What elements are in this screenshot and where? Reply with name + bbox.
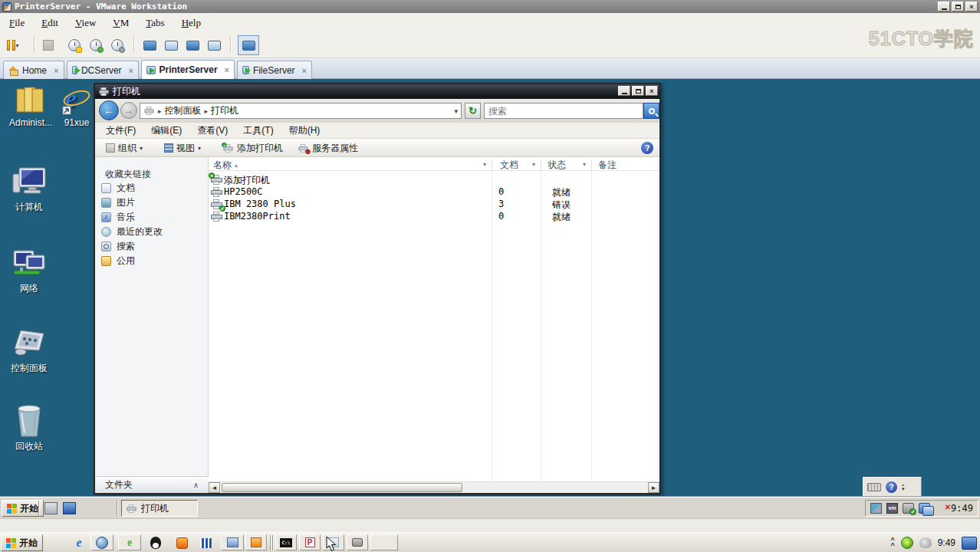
server-properties-button[interactable]: 服务器属性 bbox=[294, 141, 361, 155]
printers-window-titlebar[interactable]: 打印机 × bbox=[95, 84, 659, 99]
fullscreen-icon[interactable] bbox=[184, 37, 201, 54]
unity-view-icon[interactable] bbox=[163, 37, 179, 54]
keyboard-icon[interactable] bbox=[867, 483, 881, 491]
desktop-icon-computer[interactable]: 计算机 bbox=[0, 165, 58, 214]
guest-start-button[interactable]: 开始 bbox=[2, 500, 44, 517]
options-icon[interactable]: ▪▾ bbox=[902, 483, 905, 491]
powerpoint-icon[interactable]: P bbox=[299, 534, 321, 550]
sidebar-item-searches[interactable]: 搜索 bbox=[101, 240, 135, 253]
menu-tabs[interactable]: Tabs bbox=[146, 17, 164, 29]
address-dropdown-icon[interactable]: ▾ bbox=[454, 107, 458, 115]
desktop-icon-administrator[interactable]: Administ... bbox=[2, 81, 60, 128]
guest-clock[interactable]: 9:49 bbox=[951, 503, 973, 514]
sidebar-item-music[interactable]: 音乐 bbox=[101, 211, 135, 224]
restore-button[interactable] bbox=[952, 2, 964, 12]
snapshot-manager-icon[interactable] bbox=[109, 37, 126, 54]
close-button[interactable]: × bbox=[965, 2, 978, 12]
show-console-icon[interactable] bbox=[206, 37, 222, 54]
desktop-icon-recycle-bin[interactable]: 回收站 bbox=[0, 404, 58, 453]
minimize-button[interactable] bbox=[618, 86, 630, 96]
column-header-name[interactable]: 名称▴ bbox=[213, 159, 238, 171]
console-view-icon[interactable] bbox=[141, 37, 158, 54]
tab-dcserver-close-icon[interactable]: × bbox=[129, 66, 133, 75]
tab-fileserver-close-icon[interactable]: × bbox=[302, 66, 307, 75]
browser-360-icon[interactable]: e bbox=[118, 534, 141, 550]
tab-dcserver[interactable]: DCServer × bbox=[67, 61, 139, 79]
cmd-icon[interactable]: C:\ bbox=[275, 534, 297, 550]
list-item-add-printer[interactable]: + 添加打印机 bbox=[209, 173, 659, 186]
tab-home[interactable]: Home × bbox=[3, 61, 64, 79]
back-button[interactable]: ← bbox=[99, 100, 119, 120]
menu-file[interactable]: File bbox=[9, 17, 25, 29]
menu-view[interactable]: View bbox=[75, 17, 96, 29]
close-button[interactable]: × bbox=[646, 86, 658, 96]
host-clock[interactable]: 9:49 bbox=[938, 537, 955, 548]
library-toggle-icon[interactable] bbox=[238, 35, 259, 55]
chevron-up-icon[interactable]: ∧ bbox=[193, 481, 199, 489]
qq-icon[interactable] bbox=[149, 536, 163, 550]
tab-fileserver[interactable]: FileServer × bbox=[237, 61, 312, 79]
antivirus-360-icon[interactable] bbox=[901, 537, 913, 549]
column-filter-icon[interactable]: ▾ bbox=[483, 161, 486, 168]
empty-task-button[interactable] bbox=[370, 534, 398, 550]
misc-tray-icon[interactable] bbox=[919, 537, 932, 548]
views-button[interactable]: 视图▾ bbox=[161, 141, 204, 155]
vm-icon[interactable]: vm bbox=[886, 503, 898, 514]
usb-device-icon[interactable]: ✓ bbox=[903, 503, 914, 514]
folders-bar[interactable]: 文件夹 ∧ bbox=[95, 476, 209, 493]
film-icon[interactable] bbox=[199, 536, 213, 550]
vmware-titlebar[interactable]: PrinterServer - VMware Workstation × bbox=[0, 0, 980, 13]
organize-button[interactable]: 组织▾ bbox=[103, 141, 146, 155]
menu-edit[interactable]: Edit bbox=[41, 17, 58, 29]
tool-app-icon[interactable] bbox=[347, 534, 368, 550]
orange-app-icon[interactable] bbox=[245, 534, 267, 550]
sidebar-item-public[interactable]: 公用 bbox=[101, 255, 135, 268]
snapshot-take-icon[interactable] bbox=[66, 37, 83, 54]
column-header-remark[interactable]: 备注 bbox=[598, 159, 617, 171]
desktop-icon-control-panel[interactable]: 控制面板 bbox=[0, 326, 58, 375]
add-printer-button[interactable]: + 添加打印机 bbox=[219, 141, 286, 155]
forward-button[interactable]: → bbox=[120, 102, 137, 119]
column-header-status[interactable]: 状态 bbox=[548, 159, 566, 171]
search-button[interactable] bbox=[643, 103, 659, 119]
search-box[interactable] bbox=[484, 103, 643, 119]
tab-printerserver[interactable]: PrinterServer × bbox=[141, 60, 235, 79]
help-icon[interactable]: ? bbox=[641, 142, 653, 154]
host-start-button[interactable]: 开始 bbox=[1, 534, 43, 551]
server-manager-icon[interactable] bbox=[44, 502, 58, 514]
search-input[interactable] bbox=[485, 104, 643, 119]
tab-printerserver-close-icon[interactable]: × bbox=[225, 65, 229, 74]
sidebar-item-pictures[interactable]: 图片 bbox=[101, 196, 135, 209]
menu-vm[interactable]: VM bbox=[113, 17, 129, 29]
tab-home-close-icon[interactable]: × bbox=[54, 66, 58, 75]
refresh-button[interactable]: ↻ bbox=[465, 103, 481, 119]
scroll-right-icon[interactable]: ► bbox=[648, 482, 659, 493]
menu-tools[interactable]: 工具(T) bbox=[243, 124, 273, 137]
show-desktop-icon[interactable] bbox=[962, 537, 977, 550]
menu-view[interactable]: 查看(V) bbox=[197, 124, 228, 137]
address-bar[interactable]: ▸ 控制面板 ▸ 打印机 ▾ bbox=[140, 103, 462, 119]
list-item-ibm2380print[interactable]: IBM2380Print 0 就绪 bbox=[209, 210, 659, 222]
network-icon[interactable] bbox=[919, 503, 930, 514]
column-filter-icon[interactable]: ▾ bbox=[583, 161, 586, 168]
list-item-hp2500c[interactable]: HP2500C 0 就绪 bbox=[209, 186, 659, 198]
show-desktop-icon[interactable] bbox=[63, 502, 76, 514]
help-icon[interactable]: ? bbox=[886, 481, 897, 493]
pause-icon[interactable]: ▾ bbox=[5, 37, 21, 54]
sidebar-item-documents[interactable]: 文档 bbox=[101, 182, 135, 195]
list-item-ibm-2380-plus[interactable]: ✓ IBM 2380 Plus 3 错误 bbox=[209, 198, 659, 210]
vmware-tools-icon[interactable] bbox=[870, 503, 882, 514]
ctrl-alt-del-icon[interactable] bbox=[40, 37, 57, 54]
menu-help[interactable]: 帮助(H) bbox=[289, 124, 321, 137]
printers-task-button[interactable]: 打印机 bbox=[121, 500, 198, 517]
menu-help[interactable]: Help bbox=[182, 17, 201, 29]
language-bar[interactable]: ? ▪▾ bbox=[863, 477, 922, 497]
sidebar-item-recent-changes[interactable]: 最近的更改 bbox=[101, 225, 163, 238]
menu-file[interactable]: 文件(F) bbox=[106, 124, 136, 137]
breadcrumb-control-panel[interactable]: 控制面板 bbox=[165, 104, 202, 117]
menu-edit[interactable]: 编辑(E) bbox=[151, 124, 182, 137]
horizontal-scrollbar[interactable]: ◄ ► bbox=[209, 481, 659, 493]
collapse-chevron-icon[interactable]: ^^ bbox=[890, 537, 894, 548]
media-app-icon[interactable] bbox=[221, 534, 244, 550]
scroll-left-icon[interactable]: ◄ bbox=[209, 482, 220, 493]
